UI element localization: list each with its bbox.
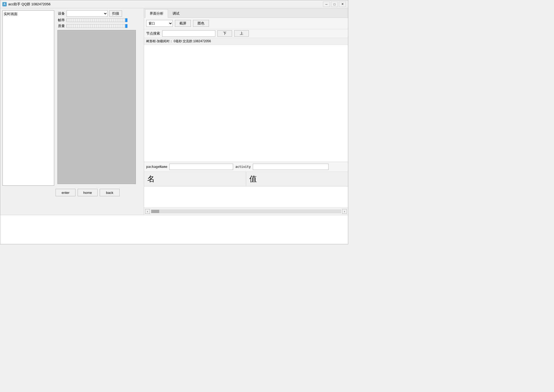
window-title: acc助手 QQ群 1082472056 — [8, 2, 51, 7]
device-row: 设备 扫描 — [57, 10, 136, 17]
device-select[interactable] — [66, 10, 108, 17]
maximize-button[interactable]: □ — [331, 2, 338, 7]
package-name-input[interactable] — [169, 164, 233, 170]
quality-row: 质量 — [57, 24, 136, 28]
scroll-thumb — [151, 210, 159, 213]
window-select[interactable]: 窗口 — [146, 20, 173, 27]
activity-input[interactable] — [253, 164, 329, 170]
screenshot-button[interactable]: 截屏 — [175, 20, 191, 27]
package-name-label: packageName — [146, 165, 167, 169]
window-controls: ─ □ ✕ — [323, 2, 346, 7]
status-text: 树形框-加载耗时： — [146, 39, 173, 43]
screen-preview — [57, 30, 136, 184]
toolbar-row: 窗口 截屏 图色 — [144, 18, 348, 29]
horizontal-scrollbar: ‹ › — [144, 208, 348, 215]
live-view-box: 实时画面 — [2, 10, 54, 186]
left-panel: 实时画面 设备 扫描 帧率 — [0, 8, 144, 215]
column-name-header: 名 — [144, 172, 246, 186]
close-button[interactable]: ✕ — [339, 2, 346, 7]
main-content: 实时画面 设备 扫描 帧率 — [0, 8, 348, 215]
quality-label: 质量 — [57, 24, 65, 28]
tab-ui-analysis[interactable]: 界面分析 — [145, 9, 168, 18]
left-controls: 设备 扫描 帧率 质量 — [56, 10, 136, 186]
enter-button[interactable]: enter — [56, 189, 75, 196]
search-input[interactable] — [162, 30, 215, 37]
nav-buttons: enter home back — [56, 189, 142, 196]
scan-button[interactable]: 扫描 — [109, 10, 122, 17]
fps-slider-track[interactable] — [66, 18, 128, 22]
package-row: packageName activity — [144, 162, 348, 172]
fps-slider-thumb — [125, 18, 127, 22]
title-bar: A acc助手 QQ群 1082472056 ─ □ ✕ — [0, 0, 348, 8]
status-group: 交流群:1082472056 — [183, 39, 211, 43]
search-down-button[interactable]: 下 — [217, 30, 232, 37]
search-row: 节点搜索 下 上 — [144, 29, 348, 38]
column-value-header: 值 — [246, 172, 348, 186]
device-label: 设备 — [57, 11, 65, 16]
quality-slider-track[interactable] — [66, 24, 128, 28]
color-button[interactable]: 图色 — [193, 20, 209, 27]
status-bar: 树形框-加载耗时： 0毫秒 交流群:1082472056 — [144, 38, 348, 45]
right-panel: 界面分析 调试 窗口 截屏 图色 节点搜索 下 上 树形框-加载耗时： — [144, 8, 348, 215]
home-button[interactable]: home — [78, 189, 98, 196]
live-view-label: 实时画面 — [4, 12, 18, 16]
minimize-button[interactable]: ─ — [323, 2, 330, 7]
tab-debug[interactable]: 调试 — [168, 9, 184, 18]
quality-slider-thumb — [125, 24, 127, 28]
tree-area[interactable] — [144, 45, 348, 162]
main-window: A acc助手 QQ群 1082472056 ─ □ ✕ 实时画面 — [0, 0, 348, 244]
left-top-row: 实时画面 设备 扫描 帧率 — [2, 10, 142, 186]
search-label: 节点搜索 — [146, 31, 160, 36]
tabs-bar: 界面分析 调试 — [144, 8, 348, 18]
log-area — [0, 215, 348, 244]
fps-label: 帧率 — [57, 18, 65, 23]
scroll-left-arrow[interactable]: ‹ — [145, 209, 150, 214]
app-icon: A — [2, 2, 7, 6]
search-up-button[interactable]: 上 — [234, 30, 249, 37]
scroll-right-arrow[interactable]: › — [342, 209, 347, 214]
title-bar-left: A acc助手 QQ群 1082472056 — [2, 2, 51, 7]
table-body — [144, 186, 348, 208]
activity-label: activity — [235, 165, 251, 169]
back-button[interactable]: back — [100, 189, 120, 196]
fps-row: 帧率 — [57, 18, 136, 23]
scroll-track[interactable] — [151, 210, 341, 213]
status-time: 0毫秒 — [174, 39, 182, 43]
info-panel: packageName activity 名 值 ‹ — [144, 162, 348, 215]
table-header: 名 值 — [144, 172, 348, 186]
